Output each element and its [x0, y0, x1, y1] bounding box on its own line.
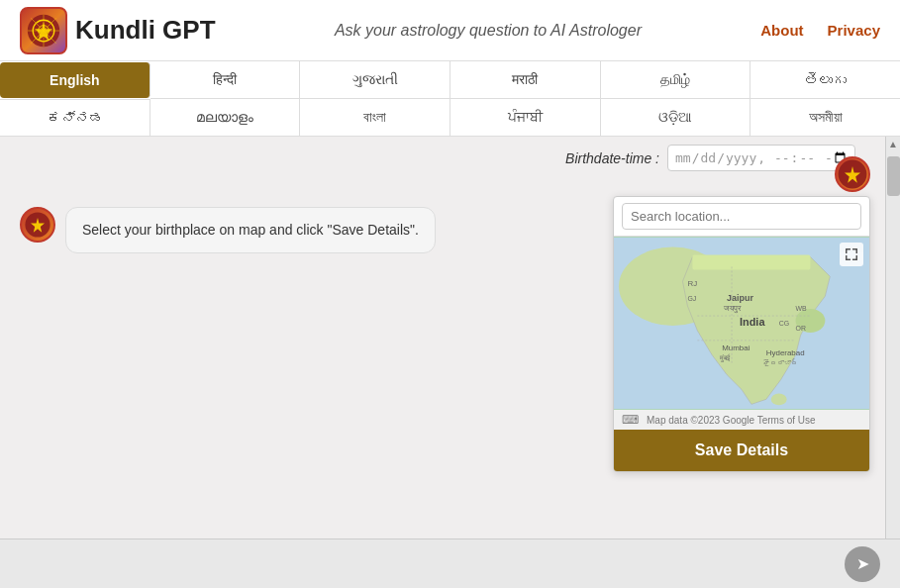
svg-text:मुंबई: मुंबई	[719, 353, 731, 362]
svg-rect-16	[692, 255, 810, 270]
birthdate-input[interactable]	[667, 145, 855, 171]
language-bar: English हिन्दी ગુજરાતી मराठी தமிழ் తెలుగ…	[0, 61, 900, 137]
svg-text:India: India	[740, 316, 765, 328]
map-attribution: Map data ©2023 Google Terms of Use	[647, 415, 816, 426]
lang-btn-malayalam[interactable]: മലയാളം	[150, 98, 301, 136]
logo-icon	[20, 7, 67, 54]
map-search-area	[614, 197, 869, 237]
svg-text:CG: CG	[779, 320, 789, 327]
about-link[interactable]: About	[760, 22, 803, 39]
lang-btn-hindi[interactable]: हिन्दी	[150, 61, 301, 98]
lang-btn-kannada[interactable]: ಕನ್ನಡ	[0, 99, 150, 136]
logo-text: Kundli Kundli GPTGPT	[75, 15, 216, 46]
main-content: Birthdate-time : Select your birthplace …	[0, 137, 900, 588]
scrollbar-track[interactable]: ▲ ▼	[885, 137, 900, 588]
lang-btn-assamese[interactable]: অসমীয়া	[750, 98, 900, 136]
privacy-link[interactable]: Privacy	[828, 22, 880, 39]
lang-btn-tamil[interactable]: தமிழ்	[601, 61, 751, 98]
svg-rect-35	[856, 248, 858, 253]
map-expand-button[interactable]	[840, 243, 863, 266]
send-button[interactable]: ➤	[845, 546, 880, 582]
save-details-button[interactable]: Save Details	[614, 430, 869, 471]
scroll-up-arrow[interactable]: ▲	[888, 139, 898, 149]
svg-rect-39	[856, 255, 858, 260]
bot-avatar	[20, 207, 55, 243]
scrollbar-thumb[interactable]	[887, 156, 900, 196]
bot-icon-float	[835, 156, 870, 192]
svg-text:Jaipur: Jaipur	[727, 293, 753, 303]
svg-text:WB: WB	[796, 305, 808, 312]
header-tagline: Ask your astrology question to AI Astrol…	[216, 22, 761, 40]
lang-btn-telugu[interactable]: తెలుగు	[750, 62, 900, 98]
map-container: Jaipur जयपुर India Mumbai मुंबई Hyderaba…	[614, 237, 869, 410]
svg-text:RJ: RJ	[687, 279, 697, 288]
header: Kundli Kundli GPTGPT Ask your astrology …	[0, 0, 900, 61]
svg-text:Hyderabad: Hyderabad	[766, 348, 805, 357]
lang-btn-english[interactable]: English	[0, 62, 150, 98]
svg-text:OR: OR	[796, 325, 806, 332]
lang-btn-marathi[interactable]: मराठी	[450, 61, 601, 98]
svg-text:जयपुर: जयपुर	[723, 304, 742, 314]
lang-btn-bengali[interactable]: বাংলা	[300, 98, 450, 136]
svg-text:Mumbai: Mumbai	[722, 343, 750, 352]
birthdate-row: Birthdate-time :	[0, 137, 885, 171]
lang-btn-punjabi[interactable]: ਪੰਜਾਬੀ	[450, 98, 601, 136]
send-icon: ➤	[856, 554, 869, 573]
map-search-input[interactable]	[622, 203, 861, 230]
language-row-2: ಕನ್ನಡ മലയാളം বাংলা ਪੰਜਾਬੀ ଓଡ଼ିଆ অসমীয়া	[0, 98, 900, 136]
lang-btn-gujarati[interactable]: ગુજરાતી	[300, 61, 450, 98]
svg-rect-37	[846, 255, 848, 260]
header-nav: About Privacy	[760, 22, 880, 39]
map-footer: ⌨ Map data ©2023 Google Terms of Use	[614, 410, 869, 430]
input-bar: ➤	[0, 539, 900, 588]
lang-btn-odia[interactable]: ଓଡ଼ିଆ	[601, 98, 751, 136]
language-row-1: English हिन्दी ગુજરાતી मराठी தமிழ் తెలుగ…	[0, 61, 900, 98]
svg-text:హైదరాబాద్: హైదరాబాద్	[763, 358, 798, 366]
svg-point-14	[771, 393, 787, 405]
map-widget: Jaipur जयपुर India Mumbai मुंबई Hyderaba…	[613, 196, 870, 472]
logo-area: Kundli Kundli GPTGPT	[20, 7, 216, 54]
svg-text:GJ: GJ	[687, 295, 696, 302]
svg-rect-33	[846, 248, 848, 253]
birthdate-label: Birthdate-time :	[565, 150, 659, 166]
bot-bubble: Select your birthplace on map and click …	[65, 207, 436, 253]
map-keyboard-icon: ⌨	[622, 413, 639, 427]
